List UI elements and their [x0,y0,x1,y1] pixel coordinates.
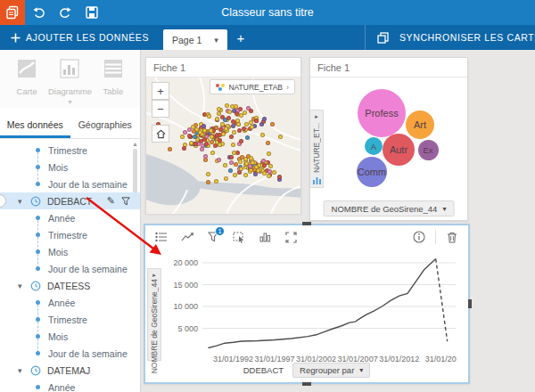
map-point[interactable] [200,147,204,151]
sync-maps-button[interactable]: SYNCHRONISER LES CARTE [399,32,535,43]
map-point[interactable] [210,135,214,139]
series-incomplete-tail[interactable] [436,259,448,342]
selection-button[interactable] [232,230,246,244]
map-point[interactable] [229,155,234,159]
map-point[interactable] [210,140,214,144]
zoom-in-button[interactable]: + [152,82,169,100]
map-point[interactable] [206,172,210,176]
map-point[interactable] [259,122,264,127]
map-point[interactable] [214,179,218,184]
tree-subfield-trimestre[interactable]: Trimestre [0,142,140,159]
drag-handle[interactable] [0,194,6,208]
tab-mes-données[interactable]: Mes données [0,115,70,138]
map-point[interactable] [198,130,202,135]
chevron-down-icon[interactable]: ▾ [214,36,218,45]
tree-subfield-mois[interactable]: Mois [0,159,140,176]
map-point[interactable] [204,142,209,146]
tree-subfield-mois[interactable]: Mois [0,243,140,260]
map-point[interactable] [223,163,227,167]
map-point[interactable] [224,176,228,181]
map-viewport[interactable]: + − NATURE_ETAB › [146,78,300,214]
delete-card-button[interactable] [445,230,459,244]
map-point[interactable] [272,170,276,175]
map-point[interactable] [250,125,254,129]
resize-handle-top[interactable] [302,222,311,225]
save-button[interactable] [78,0,105,25]
map-point[interactable] [239,167,243,171]
map-point[interactable] [203,154,208,159]
duplicate-button[interactable] [366,32,399,44]
bubble-measure-button[interactable]: NOMBRE de GeoSirene_44 ▾ [324,200,455,216]
group-by-button[interactable]: Regrouper par ▾ [292,363,370,378]
maximize-button[interactable] [284,230,298,244]
tree-subfield-année[interactable]: Année [0,379,140,392]
map-point[interactable] [221,132,226,136]
map-point[interactable] [168,147,172,151]
map-point[interactable] [180,135,185,139]
create-table-button[interactable]: Table [92,59,135,104]
rename-field-icon[interactable]: ✎ [107,195,115,207]
map-point[interactable] [238,159,243,164]
map-card[interactable]: Fiche 1 + − [145,57,301,214]
map-point[interactable] [182,146,186,151]
map-point[interactable] [270,122,275,127]
map-point[interactable] [228,168,233,173]
map-point[interactable] [218,143,222,147]
map-point[interactable] [229,160,234,165]
info-button[interactable] [412,230,426,244]
resize-handle-right[interactable] [468,299,472,308]
map-point[interactable] [225,103,229,108]
tree-subfield-jour-de-la-semaine[interactable]: Jour de la semaine [0,260,140,277]
map-point[interactable] [231,143,235,147]
filter-icon[interactable] [121,197,131,206]
bubble-autr[interactable]: Autr [383,134,415,166]
map-point[interactable] [220,115,225,119]
map-point[interactable] [232,130,236,135]
caret-down-icon[interactable]: ▾ [18,366,30,375]
map-point[interactable] [268,164,273,168]
map-point[interactable] [202,128,207,133]
map-point[interactable] [239,113,243,118]
bubble-profess[interactable]: Profess [358,89,406,137]
page-tab[interactable]: Page 1 ▾ [163,29,227,50]
tree-subfield-jour-de-la-semaine[interactable]: Jour de la semaine [0,345,140,362]
add-data-button[interactable]: AJOUTER LES DONNÉES [0,25,160,50]
chevron-down-icon[interactable]: ▾ [68,101,71,104]
caret-down-icon[interactable]: ▾ [18,282,30,290]
redo-button[interactable] [52,0,78,25]
bubble-comm[interactable]: Comm [357,157,387,187]
map-point[interactable] [217,158,221,162]
resize-handle-bottom[interactable] [302,382,311,386]
map-point[interactable] [193,135,197,139]
map-point[interactable] [260,133,265,137]
map-point[interactable] [227,110,232,114]
chevron-right-icon[interactable]: › [286,83,289,92]
map-point[interactable] [236,122,241,127]
chevron-expand-icon[interactable]: ▸ [152,272,156,279]
bubble-chart-card[interactable]: Fiche 1 ▸ NATURE_ET... ProfessArtAAutrEx… [309,57,468,221]
new-page-button[interactable]: + [227,25,254,50]
create-diagramme-button[interactable]: Diagramme▾ [48,59,91,104]
chart-type-button[interactable] [180,230,194,244]
map-point[interactable] [239,139,243,143]
insights-logo[interactable] [0,0,25,25]
map-point[interactable] [267,151,271,156]
map-point[interactable] [240,155,244,159]
tree-field-dateess[interactable]: ▾DATEESS [0,277,140,294]
bubble-a[interactable]: A [365,137,383,155]
map-point[interactable] [254,118,259,123]
map-point[interactable] [233,173,237,177]
line-chart-card[interactable]: 1 [144,224,470,384]
map-point[interactable] [277,175,282,179]
map-point[interactable] [231,124,235,128]
map-point[interactable] [224,127,228,131]
map-point[interactable] [262,171,267,176]
card-filter-button[interactable]: 1 [206,230,220,244]
tree-field-datemaj[interactable]: ▾DATEMAJ [0,362,140,379]
bubble-art[interactable]: Art [406,110,434,139]
map-point[interactable] [229,135,234,139]
tree-field-ddebact[interactable]: ▾DDEBACT✎ [0,192,140,209]
map-point[interactable] [266,141,270,145]
map-point[interactable] [249,109,253,113]
home-button[interactable] [152,125,169,143]
